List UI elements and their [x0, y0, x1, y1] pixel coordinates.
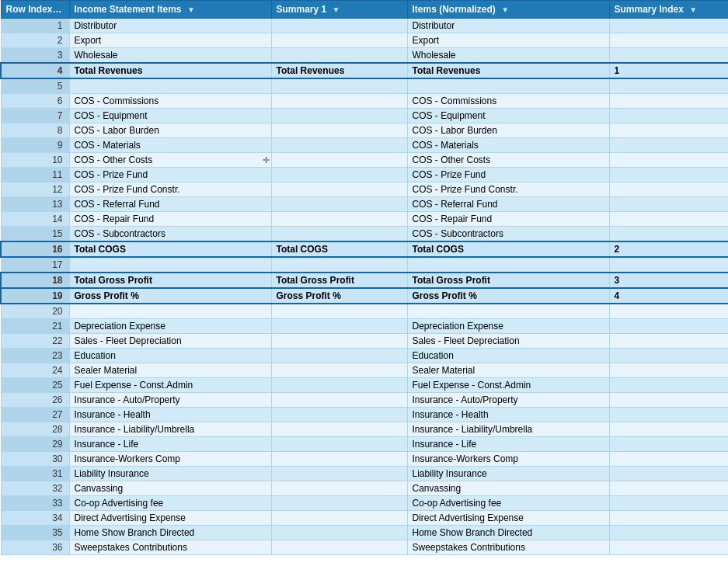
cell-normalized[interactable]: Direct Advertising Expense	[407, 511, 609, 526]
cell-summary1[interactable]: Total Gross Profit	[271, 273, 407, 288]
cell-row-index[interactable]: 28	[1, 422, 69, 437]
cell-income-item[interactable]: Fuel Expense - Const.Admin	[69, 378, 271, 393]
cell-summary1[interactable]	[271, 393, 407, 408]
cell-summary1[interactable]	[271, 138, 407, 153]
cell-income-item[interactable]: Direct Advertising Expense	[69, 511, 271, 526]
cell-summary1[interactable]	[271, 19, 407, 33]
header-row-index[interactable]: Row Index ▼	[1, 1, 69, 19]
cell-normalized[interactable]: Total COGS	[407, 241, 609, 257]
cell-summary1[interactable]	[271, 422, 407, 437]
cell-summary-index[interactable]: 1	[609, 63, 728, 78]
cell-normalized[interactable]: Canvassing	[407, 481, 609, 496]
cell-row-index[interactable]: 6	[1, 94, 69, 109]
cell-normalized[interactable]: COS - Subcontractors	[407, 227, 609, 242]
cell-summary-index[interactable]: 2	[609, 241, 728, 257]
cell-summary-index[interactable]: 3	[609, 273, 728, 288]
cell-normalized[interactable]: Insurance-Workers Comp	[407, 452, 609, 467]
cell-income-item[interactable]: Depreciation Expense	[69, 319, 271, 334]
cell-summary1[interactable]	[271, 153, 407, 168]
cell-row-index[interactable]: 35	[1, 526, 69, 540]
cell-normalized[interactable]: COS - Labor Burden	[407, 123, 609, 138]
cell-summary-index[interactable]	[609, 168, 728, 182]
cell-income-item[interactable]: Insurance - Auto/Property	[69, 393, 271, 408]
cell-income-item[interactable]: Education	[69, 349, 271, 363]
header-summary1[interactable]: Summary 1 ▼	[271, 1, 407, 19]
cell-income-item[interactable]	[69, 304, 271, 319]
cell-income-item[interactable]: Liability Insurance	[69, 467, 271, 481]
cell-row-index[interactable]: 3	[1, 48, 69, 64]
cell-summary-index[interactable]	[609, 467, 728, 481]
cell-normalized[interactable]: Distributor	[407, 19, 609, 33]
cell-summary-index[interactable]	[609, 94, 728, 109]
cell-income-item[interactable]: COS - Equipment	[69, 109, 271, 123]
cell-income-item[interactable]: Co-op Advertising fee	[69, 496, 271, 511]
cell-summary1[interactable]	[271, 197, 407, 212]
cell-income-item[interactable]: Wholesale	[69, 48, 271, 64]
cell-summary1[interactable]	[271, 511, 407, 526]
cell-summary1[interactable]	[271, 123, 407, 138]
cell-row-index[interactable]: 33	[1, 496, 69, 511]
cell-row-index[interactable]: 19	[1, 288, 69, 304]
cell-income-item[interactable]: Gross Profit %	[69, 288, 271, 304]
cell-normalized[interactable]: Insurance - Health	[407, 408, 609, 422]
cell-income-item[interactable]: COS - Subcontractors	[69, 227, 271, 242]
cell-normalized[interactable]: Sealer Material	[407, 363, 609, 378]
cell-summary-index[interactable]	[609, 481, 728, 496]
cell-income-item[interactable]: COS - Repair Fund	[69, 212, 271, 227]
cell-normalized[interactable]: Home Show Branch Directed	[407, 526, 609, 540]
cell-normalized[interactable]: COS - Prize Fund Constr.	[407, 182, 609, 197]
filter-icon-normalized[interactable]: ▼	[501, 5, 509, 14]
cell-summary-index[interactable]	[609, 437, 728, 452]
cell-summary-index[interactable]	[609, 123, 728, 138]
cell-summary-index[interactable]	[609, 227, 728, 242]
cell-summary-index[interactable]	[609, 304, 728, 319]
cell-normalized[interactable]: Co-op Advertising fee	[407, 496, 609, 511]
cell-row-index[interactable]: 25	[1, 378, 69, 393]
cell-summary-index[interactable]	[609, 349, 728, 363]
cell-row-index[interactable]: 14	[1, 212, 69, 227]
cell-summary1[interactable]: Gross Profit %	[271, 288, 407, 304]
cell-row-index[interactable]: 17	[1, 257, 69, 273]
cell-row-index[interactable]: 8	[1, 123, 69, 138]
cell-summary1[interactable]	[271, 227, 407, 242]
cell-row-index[interactable]: 1	[1, 19, 69, 33]
cell-summary-index[interactable]	[609, 48, 728, 64]
cell-normalized[interactable]: Liability Insurance	[407, 467, 609, 481]
cell-summary-index[interactable]	[609, 393, 728, 408]
cell-income-item[interactable]: Home Show Branch Directed	[69, 526, 271, 540]
cell-row-index[interactable]: 16	[1, 241, 69, 257]
cell-income-item[interactable]: Total COGS	[69, 241, 271, 257]
cell-income-item[interactable]: Export	[69, 33, 271, 48]
cell-normalized[interactable]: Sweepstakes Contributions	[407, 540, 609, 555]
cell-summary1[interactable]: Total COGS	[271, 241, 407, 257]
cell-summary-index[interactable]	[609, 212, 728, 227]
cell-summary1[interactable]	[271, 304, 407, 319]
cell-row-index[interactable]: 34	[1, 511, 69, 526]
cell-summary1[interactable]	[271, 408, 407, 422]
cell-row-index[interactable]: 27	[1, 408, 69, 422]
cell-summary1[interactable]	[271, 78, 407, 94]
cell-summary-index[interactable]	[609, 334, 728, 349]
cell-normalized[interactable]: COS - Repair Fund	[407, 212, 609, 227]
cell-summary-index[interactable]	[609, 257, 728, 273]
cell-summary1[interactable]	[271, 481, 407, 496]
cell-income-item[interactable]: Total Gross Profit	[69, 273, 271, 288]
cell-summary-index[interactable]	[609, 408, 728, 422]
cell-summary-index[interactable]	[609, 526, 728, 540]
cell-summary-index[interactable]	[609, 422, 728, 437]
cell-row-index[interactable]: 4	[1, 63, 69, 78]
cell-summary-index[interactable]	[609, 153, 728, 168]
cell-summary1[interactable]	[271, 109, 407, 123]
cell-normalized[interactable]	[407, 257, 609, 273]
cell-summary1[interactable]	[271, 33, 407, 48]
cell-income-item[interactable]: COS - Other Costs	[69, 153, 271, 168]
cell-summary-index[interactable]	[609, 319, 728, 334]
cell-row-index[interactable]: 26	[1, 393, 69, 408]
cell-row-index[interactable]: 31	[1, 467, 69, 481]
cell-row-index[interactable]: 23	[1, 349, 69, 363]
cell-normalized[interactable]: Wholesale	[407, 48, 609, 64]
cell-summary1[interactable]	[271, 496, 407, 511]
cell-summary1[interactable]	[271, 334, 407, 349]
cell-summary-index[interactable]	[609, 540, 728, 555]
cell-row-index[interactable]: 5	[1, 78, 69, 94]
